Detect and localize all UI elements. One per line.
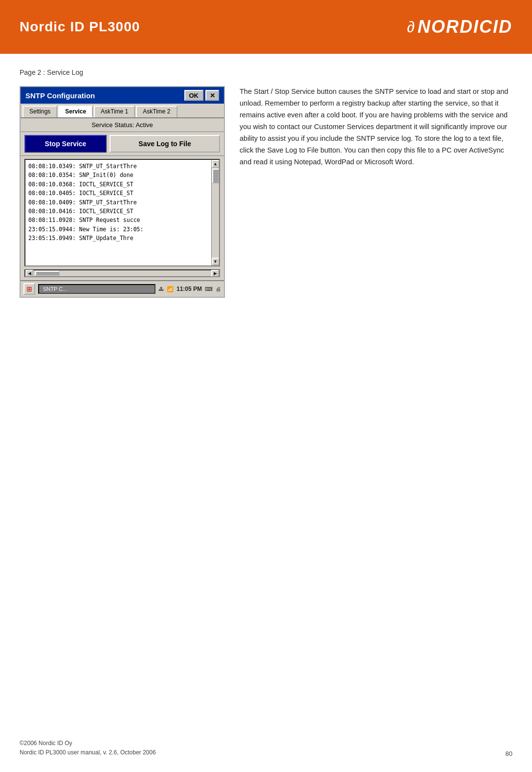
log-container: 08:08:10.0349: SNTP_UT_StartThre 08:08:1…	[24, 159, 220, 266]
scroll-right-arrow[interactable]: ▶	[211, 270, 219, 277]
tab-asktime2[interactable]: AskTime 2	[136, 106, 177, 117]
scroll-thumb-horizontal[interactable]	[35, 271, 60, 276]
log-line: 08:08:10.0409: SNTP_UT_StartThre	[28, 198, 216, 207]
taskbar-icons: 🖧 📶 11:05 PM ⌨ 🖨	[158, 286, 221, 292]
signal-icon: 📶	[167, 286, 174, 292]
title-bar: SNTP Configuration OK ✕	[21, 87, 224, 104]
tab-service[interactable]: Service	[58, 106, 93, 117]
network-icon: 🖧	[158, 286, 164, 292]
log-line: 08:08:10.0349: SNTP_UT_StartThre	[28, 162, 216, 171]
printer-icon: 🖨	[216, 286, 221, 292]
taskbar-app[interactable]: SNTP C...	[38, 284, 155, 294]
save-log-button[interactable]: Save Log to File	[110, 135, 220, 153]
vertical-scrollbar[interactable]: ▲ ▼	[211, 160, 219, 265]
device-screenshot: SNTP Configuration OK ✕ Settings Service…	[20, 86, 225, 298]
tab-bar: Settings Service AskTime 1 AskTime 2	[21, 104, 224, 118]
title-bar-buttons: OK ✕	[184, 90, 220, 101]
logo-symbol-icon: ∂	[407, 18, 415, 36]
close-button[interactable]: ✕	[205, 90, 219, 101]
log-line: 08:08:11.0928: SNTP Request succe	[28, 216, 216, 224]
scroll-up-arrow[interactable]: ▲	[212, 160, 220, 168]
ok-button[interactable]: OK	[184, 90, 204, 101]
log-line: 08:08:10.0368: IOCTL_SERVICE_ST	[28, 180, 216, 189]
scroll-thumb-vertical[interactable]	[212, 169, 219, 183]
log-line: 23:05:15.0944: New Time is: 23:05:	[28, 225, 216, 234]
button-row: Stop Service Save Log to File	[21, 132, 224, 156]
tab-settings[interactable]: Settings	[22, 106, 57, 117]
footer: ©2006 Nordic ID Oy Nordic ID PL3000 user…	[20, 739, 512, 757]
copyright-line: ©2006 Nordic ID Oy	[20, 739, 156, 748]
description-text: The Start / Stop Service button causes t…	[240, 86, 512, 168]
service-status: Service Status: Active	[21, 118, 224, 132]
page-header: Nordic ID PL3000 ∂ NORDICID	[0, 0, 532, 54]
tab-asktime1[interactable]: AskTime 1	[94, 106, 135, 117]
taskbar: ⊞ SNTP C... 🖧 📶 11:05 PM ⌨ 🖨	[21, 280, 224, 297]
scroll-left-arrow[interactable]: ◀	[25, 270, 33, 277]
product-title: Nordic ID PL3000	[20, 19, 140, 35]
manual-info-line: Nordic ID PL3000 user manual, v. 2.6, Oc…	[20, 748, 156, 757]
log-line: 08:08:10.0416: IOCTL_SERVICE_ST	[28, 207, 216, 216]
windows-flag-icon: ⊞	[26, 285, 32, 293]
log-line: 08:08:10.0405: IOCTL_SERVICE_ST	[28, 189, 216, 198]
main-area: SNTP Configuration OK ✕ Settings Service…	[20, 86, 512, 298]
stop-service-button[interactable]: Stop Service	[24, 135, 107, 153]
logo-text: NORDICID	[418, 17, 512, 37]
horizontal-scrollbar[interactable]: ◀ ▶	[24, 269, 220, 277]
logo-area: ∂ NORDICID	[407, 17, 512, 37]
taskbar-time: 11:05 PM	[177, 286, 202, 292]
keyboard-icon: ⌨	[205, 286, 213, 292]
log-content: 08:08:10.0349: SNTP_UT_StartThre 08:08:1…	[25, 160, 219, 245]
scroll-down-arrow[interactable]: ▼	[212, 258, 220, 265]
log-line: 08:08:10.0354: SNP_Init(0) done	[28, 171, 216, 179]
page-content: Page 2 : Service Log SNTP Configuration …	[0, 54, 532, 312]
page-label: Page 2 : Service Log	[20, 68, 512, 76]
page-number: 80	[506, 750, 512, 757]
start-button[interactable]: ⊞	[23, 283, 35, 295]
log-line: 23:05:15.0949: SNTP_Update_Thre	[28, 234, 216, 243]
dialog-title: SNTP Configuration	[25, 91, 95, 100]
footer-left: ©2006 Nordic ID Oy Nordic ID PL3000 user…	[20, 739, 156, 757]
